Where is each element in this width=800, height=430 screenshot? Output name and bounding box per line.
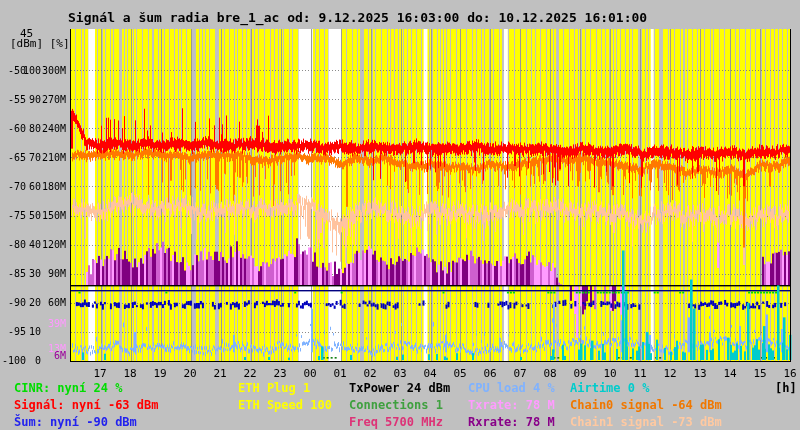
x-axis-hour-label: 19 <box>148 368 172 380</box>
y-axis-pct-label: 40 <box>23 239 41 250</box>
x-axis-hour-label: 17 <box>88 368 112 380</box>
legend-noise: Šum: nyní -90 dBm <box>14 416 137 429</box>
x-axis-hour-label: 10 <box>598 368 622 380</box>
legend-chain0: Chain0 signal -64 dBm <box>570 399 722 412</box>
x-axis-hour-label: 23 <box>268 368 292 380</box>
y-axis-pct-label: 100 <box>23 65 41 76</box>
y-axis-pct-label: 10 <box>23 326 41 337</box>
legend-eth-speed: ETH Speed 100 <box>238 399 332 412</box>
legend-cpu: CPU load 4 % <box>468 382 555 395</box>
x-axis-hour-label: 13 <box>688 368 712 380</box>
legend-txpower: TxPower 24 dBm <box>349 382 450 395</box>
legend-chain1: Chain1 signal -73 dBm <box>570 416 722 429</box>
rrd-graph-window: Signál a šum radia bre_1_ac od: 9.12.202… <box>0 0 800 430</box>
x-axis-hour-label: 21 <box>208 368 232 380</box>
x-axis-hour-label: 08 <box>538 368 562 380</box>
legend-txrate: Txrate: 78 M <box>468 399 555 412</box>
y-axis-extra-rate-label: 6M <box>42 350 66 361</box>
page-title: Signál a šum radia bre_1_ac od: 9.12.202… <box>68 10 647 25</box>
y-axis-rate-label: 240M <box>42 123 66 134</box>
x-axis-hour-label: 18 <box>118 368 142 380</box>
legend-signal: Signál: nyní -63 dBm <box>14 399 159 412</box>
y-axis-pct-label: 0 <box>23 355 41 366</box>
y-axis-unit-label: [dBm] [%] <box>10 37 70 50</box>
y-axis-rate-label: 300M <box>42 65 66 76</box>
x-axis-hour-label: 16 <box>778 368 800 380</box>
y-axis-extra-rate-label: 39M <box>42 318 66 329</box>
signal-noise-chart-plot <box>0 0 800 430</box>
x-axis-hour-label: 20 <box>178 368 202 380</box>
legend-airtime: Airtime 0 % <box>570 382 649 395</box>
x-axis-hour-label: 04 <box>418 368 442 380</box>
x-axis-hour-label: 06 <box>478 368 502 380</box>
x-axis-hour-label: 15 <box>748 368 772 380</box>
y-axis-rate-label: 150M <box>42 210 66 221</box>
x-axis-hour-label: 02 <box>358 368 382 380</box>
legend-freq: Freq 5700 MHz <box>349 416 443 429</box>
y-axis-pct-label: 50 <box>23 210 41 221</box>
legend-eth-plug: ETH Plug 1 <box>238 382 310 395</box>
y-axis-rate-label: 270M <box>42 94 66 105</box>
y-axis-pct-label: 90 <box>23 94 41 105</box>
y-axis-rate-label: 180M <box>42 181 66 192</box>
y-axis-pct-label: 80 <box>23 123 41 134</box>
y-axis-pct-label: 70 <box>23 152 41 163</box>
legend-connections: Connections 1 <box>349 399 443 412</box>
x-axis-hour-label: 05 <box>448 368 472 380</box>
x-axis-hour-label: 11 <box>628 368 652 380</box>
x-axis-hour-label: 00 <box>298 368 322 380</box>
x-axis-hour-label: 07 <box>508 368 532 380</box>
x-axis-hour-label: 09 <box>568 368 592 380</box>
y-axis-pct-label: 20 <box>23 297 41 308</box>
y-axis-rate-label: 210M <box>42 152 66 163</box>
legend-hour-unit: [h] <box>775 382 797 395</box>
x-axis-hour-label: 12 <box>658 368 682 380</box>
y-axis-rate-label: 120M <box>42 239 66 250</box>
legend-cinr: CINR: nyní 24 % <box>14 382 122 395</box>
y-axis-pct-label: 30 <box>23 268 41 279</box>
y-axis-pct-label: 60 <box>23 181 41 192</box>
legend-rxrate: Rxrate: 78 M <box>468 416 555 429</box>
x-axis-hour-label: 22 <box>238 368 262 380</box>
y-axis-rate-label: 60M <box>42 297 66 308</box>
x-axis-hour-label: 14 <box>718 368 742 380</box>
x-axis-hour-label: 03 <box>388 368 412 380</box>
y-axis-rate-label: 90M <box>42 268 66 279</box>
x-axis-hour-label: 01 <box>328 368 352 380</box>
